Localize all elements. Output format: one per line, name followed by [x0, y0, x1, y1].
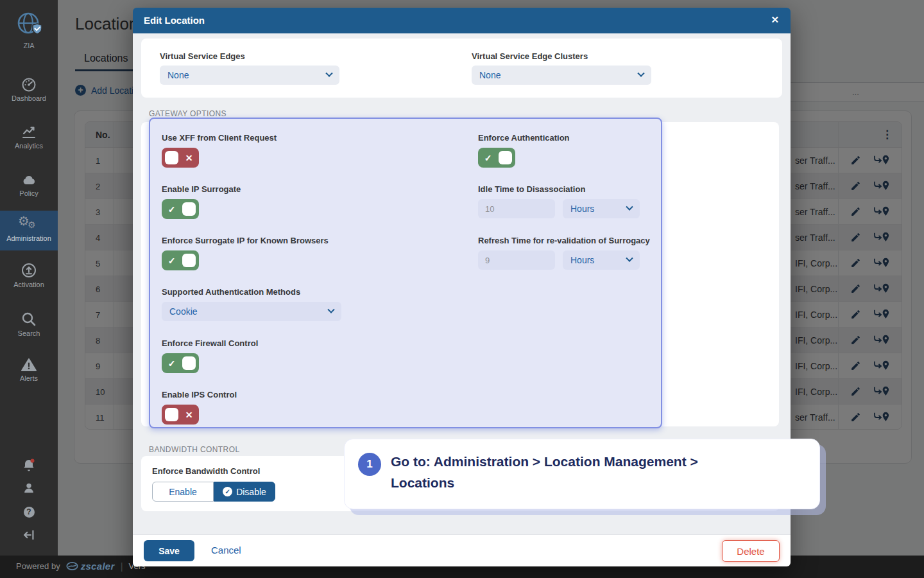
sidebar-item-analytics[interactable]: Analytics [0, 125, 58, 150]
zscaler-logo-icon [66, 561, 78, 571]
help-icon: ? [24, 507, 35, 518]
vsec-label: Virtual Service Edge Clusters [472, 51, 588, 61]
modal-title: Edit Location [144, 15, 205, 26]
cross-icon: ✕ [182, 153, 196, 163]
ips-label: Enable IPS Control [162, 390, 237, 399]
chevron-down-icon [327, 306, 334, 313]
sidebar-item-dashboard[interactable]: Dashboard [0, 77, 58, 102]
refresh-time-input[interactable]: 9 [478, 250, 555, 270]
check-icon: ✓ [481, 153, 495, 163]
delete-button[interactable]: Delete [722, 540, 780, 562]
idle-time-input[interactable]: 10 [478, 199, 555, 218]
idle-time-unit-value: Hours [570, 204, 594, 214]
toggle-knob [182, 202, 196, 216]
bandwidth-enable-button[interactable]: Enable [152, 482, 214, 502]
chevron-down-icon [637, 70, 644, 77]
close-icon[interactable]: ✕ [771, 14, 779, 26]
firewall-label: Enforce Firewall Control [162, 338, 258, 348]
check-circle-icon: ✓ [223, 487, 232, 496]
dashboard-gauge-icon [0, 77, 58, 92]
vsec-value: None [479, 70, 501, 80]
bandwidth-disable-button[interactable]: ✓ Disable [214, 482, 275, 502]
toggle-knob [165, 408, 178, 421]
known-browsers-toggle[interactable]: ✓ [162, 250, 199, 270]
analytics-chart-icon [0, 125, 58, 140]
firewall-toggle[interactable]: ✓ [162, 353, 199, 373]
policy-cloud-icon [0, 172, 58, 188]
sidebar-label-search: Search [0, 329, 58, 337]
sidebar-label-analytics: Analytics [0, 142, 58, 150]
sidebar-item-administration[interactable]: ⚙ ⚙ Administration [0, 216, 58, 242]
bandwidth-section-label: BANDWIDTH CONTROL [149, 445, 239, 454]
zscaler-brand: zscaler [66, 561, 115, 572]
help-button[interactable]: ? [0, 505, 58, 518]
sidebar-item-activation[interactable]: Activation [0, 262, 58, 288]
ips-toggle[interactable]: ✕ [162, 405, 199, 425]
refresh-time-unit-select[interactable]: Hours [563, 250, 640, 270]
activation-upload-icon [0, 262, 58, 279]
notifications-bell-button[interactable] [0, 457, 58, 473]
check-icon: ✓ [165, 204, 178, 215]
toggle-knob [182, 356, 196, 370]
check-icon: ✓ [165, 256, 178, 266]
sidebar-label-administration: Administration [0, 234, 58, 242]
sidebar: ZIA Dashboard Analytics Policy ⚙ ⚙ [0, 0, 58, 556]
ip-surrogate-label: Enable IP Surrogate [162, 184, 241, 194]
sidebar-label-alerts: Alerts [0, 374, 58, 382]
app-root: Location Locations + Add Location ... No… [0, 0, 924, 578]
enforce-auth-label: Enforce Authentication [478, 133, 570, 143]
alerts-warning-icon [0, 357, 58, 372]
zia-logo-icon [0, 9, 58, 40]
sidebar-item-search[interactable]: Search [0, 311, 58, 337]
vse-label: Virtual Service Edges [160, 51, 245, 61]
auth-methods-label: Supported Authentication Methods [162, 287, 300, 297]
search-icon [0, 311, 58, 328]
refresh-time-label: Refresh Time for re-validation of Surrog… [478, 236, 650, 245]
administration-gears-icon: ⚙ ⚙ [0, 216, 58, 232]
toggle-knob [182, 254, 196, 267]
vsec-select[interactable]: None [472, 66, 651, 85]
auth-methods-select[interactable]: Cookie [162, 302, 341, 321]
gateway-options-highlight-panel: Use XFF from Client Request ✕ Enable IP … [149, 118, 662, 428]
sidebar-item-policy[interactable]: Policy [0, 172, 58, 197]
step-number-badge: 1 [358, 453, 381, 476]
toggle-knob [499, 151, 512, 164]
sidebar-item-zia[interactable]: ZIA [0, 9, 58, 49]
enforce-auth-toggle[interactable]: ✓ [478, 148, 515, 168]
cancel-button[interactable]: Cancel [211, 545, 241, 556]
bandwidth-segmented-control: Enable ✓ Disable [152, 482, 275, 502]
logout-button[interactable] [0, 528, 58, 542]
step-instruction-text: Go to: Administration > Location Managem… [391, 451, 763, 493]
sidebar-label-activation: Activation [0, 281, 58, 288]
ip-surrogate-toggle[interactable]: ✓ [162, 199, 199, 219]
footer-divider: | [121, 561, 123, 572]
check-icon: ✓ [165, 358, 178, 369]
user-profile-button[interactable] [0, 481, 58, 495]
bell-icon [0, 457, 58, 473]
user-icon [0, 481, 58, 495]
vse-select[interactable]: None [160, 66, 339, 85]
chevron-down-icon [325, 70, 332, 77]
bandwidth-disable-label: Disable [236, 487, 266, 497]
modal-header: Edit Location ✕ [133, 8, 791, 33]
known-browsers-label: Enforce Surrogate IP for Known Browsers [162, 236, 329, 245]
powered-by-label: Powered by [16, 561, 60, 571]
xff-toggle[interactable]: ✕ [162, 148, 199, 168]
chevron-down-icon [626, 204, 633, 211]
save-button[interactable]: Save [144, 540, 194, 561]
cross-icon: ✕ [182, 410, 196, 420]
logout-icon [0, 528, 58, 542]
idle-time-unit-select[interactable]: Hours [563, 199, 640, 218]
auth-methods-value: Cookie [169, 306, 198, 317]
zscaler-brand-name: zscaler [81, 561, 115, 572]
gateway-options-section-label: GATEWAY OPTIONS [149, 109, 227, 118]
tutorial-step-callout: 1 Go to: Administration > Location Manag… [344, 439, 820, 509]
idle-time-label: Idle Time to Disassociation [478, 184, 585, 194]
chevron-down-icon [626, 255, 633, 262]
gear-icon: ⚙ [28, 220, 36, 230]
sidebar-item-alerts[interactable]: Alerts [0, 357, 58, 382]
sidebar-label-zia: ZIA [0, 42, 58, 49]
toggle-knob [165, 151, 178, 164]
sidebar-label-dashboard: Dashboard [0, 94, 58, 102]
refresh-time-unit-value: Hours [570, 255, 594, 265]
